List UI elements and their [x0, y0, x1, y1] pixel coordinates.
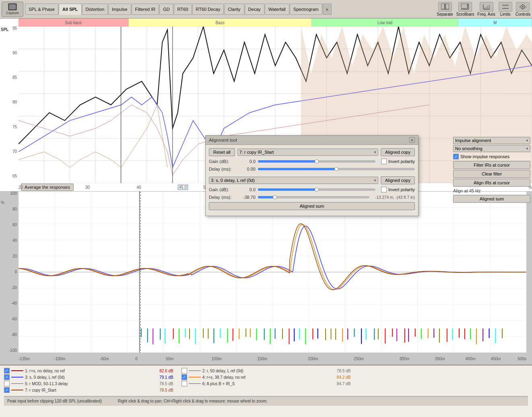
legend-checkbox-4[interactable] [181, 374, 187, 380]
tab-distortion[interactable]: Distortion [82, 4, 108, 15]
tab-waterfall[interactable]: Waterfall [265, 4, 289, 15]
more-tabs-button[interactable]: » [323, 4, 332, 15]
row2-aligned-copy-button[interactable]: Aligned copy [381, 176, 415, 184]
delay-slider-2[interactable] [258, 196, 369, 198]
imp-y-m100: -100 [9, 349, 17, 353]
y-label-85: 85 [12, 76, 17, 80]
legend-name-4: 4: r+s, 38.7 delay, no ref [202, 375, 326, 380]
gain-slider-2[interactable] [258, 188, 375, 191]
scrollbars-button[interactable]: Scrollbars [456, 2, 474, 17]
delay-label-1: Delay (ms): [209, 167, 235, 171]
svg-point-15 [522, 6, 524, 8]
legend-checkbox-1[interactable] [4, 368, 10, 374]
delay-label-2: Delay (ms): [209, 195, 235, 200]
alignment-tool-dialog: Alignment tool × Reset all 7: r copy IR_… [205, 135, 419, 216]
capture-button[interactable]: Capture [2, 2, 23, 17]
status-left: Peak input before clipping 120 dB SPL (u… [7, 399, 102, 403]
tab-spl-phase[interactable]: SPL & Phase [25, 4, 58, 15]
freq-axis-icon [480, 2, 493, 12]
gain-value-2: 0.0 [237, 187, 256, 192]
row1-dropdown[interactable]: 7: r copy IR_Start [237, 149, 378, 156]
invert-polarity-row-1: Invert polarity [381, 159, 415, 164]
freq-axis-button[interactable]: Freq. Axis [477, 2, 495, 17]
reset-all-button[interactable]: Reset all [209, 148, 235, 156]
legend-checkbox-7[interactable] [4, 387, 10, 393]
freq-axis-label: Freq. Axis [477, 12, 495, 17]
alignment-tool-body: Reset all 7: r copy IR_Start Aligned cop… [206, 145, 418, 216]
imp-y-m80: -80 [11, 333, 17, 337]
row2-dropdown[interactable]: 3: s, 0 delay, L ref (0d) [209, 177, 378, 184]
freq-band-mid: M [458, 19, 532, 27]
x-150m: 150m [257, 357, 267, 361]
capture-icon [8, 3, 17, 10]
separate-icon [438, 2, 452, 12]
controls-button[interactable]: Controls [516, 2, 530, 17]
limits-icon [499, 2, 512, 12]
alignment-tool-close-button[interactable]: × [409, 137, 415, 143]
x-cursor-45: 45.0 [178, 185, 188, 190]
y-label-80: 80 [12, 100, 17, 104]
aligned-sum-button[interactable]: Aligned sum [209, 202, 415, 210]
invert-polarity-checkbox-2[interactable] [381, 187, 387, 192]
impulse-chart: 100 80 60 40 20 0 -20 -40 -60 -80 -100 %… [0, 192, 532, 365]
legend-item-1: 1: r+s, no delay, no ref 82.6 dB [4, 368, 173, 374]
row1-aligned-copy-button[interactable]: Aligned copy [381, 148, 415, 156]
legend-value-1: 82.6 dB [153, 369, 173, 373]
alignment-sum-row: Aligned sum [209, 202, 415, 210]
tab-spectrogram[interactable]: Spectrogram [290, 4, 322, 15]
gain-slider-thumb-2 [315, 188, 319, 192]
delay-slider-thumb-2 [273, 195, 277, 199]
legend-value-3: 79.1 dB [153, 375, 173, 380]
limits-button[interactable]: Limits [499, 2, 512, 17]
y-label-70: 70 [12, 150, 17, 154]
invert-polarity-checkbox-1[interactable] [381, 159, 387, 164]
tab-clarity[interactable]: Clarity [224, 4, 244, 15]
alignment-tool-header[interactable]: Alignment tool × [206, 136, 418, 145]
separate-label: Separate [437, 12, 453, 17]
no-smoothing-select[interactable]: No smoothing [453, 145, 530, 152]
delay-info-2: -13.274 m, -(43 ft 7 in) [375, 195, 415, 200]
impulse-alignment-select[interactable]: Impulse alignment [453, 137, 530, 144]
gain-slider-1[interactable] [258, 160, 375, 163]
legend-checkbox-2[interactable] [181, 368, 187, 374]
tab-all-spl[interactable]: All SPL [59, 4, 82, 15]
legend-checkbox-3[interactable] [4, 374, 10, 380]
tab-gd[interactable]: GD [159, 4, 173, 15]
tab-filtered-ir[interactable]: Filtered IR [132, 4, 159, 15]
alignment-delay-row-1: Delay (ms): 0.00 [209, 167, 415, 171]
filter-irs-button[interactable]: Filter IRs at cursor [453, 161, 530, 169]
tab-impulse[interactable]: Impulse [108, 4, 131, 15]
legend-value-4: 84.2 dB [330, 375, 351, 380]
alignment-delay-row-2: Delay (ms): -38.70 -13.274 m, -(43 ft 7 … [209, 195, 415, 200]
legend-checkbox-5[interactable] [4, 381, 10, 386]
x-m100: -100m [54, 357, 65, 361]
legend-checkbox-6[interactable] [181, 381, 187, 386]
legend-line-5 [11, 383, 23, 384]
x-450m: 450m [491, 357, 501, 361]
tab-rt60[interactable]: RT60 [174, 4, 192, 15]
alignment-gain-row-1: Gain (dB): 0.0 Invert polarity [209, 159, 415, 164]
status-bar: Peak input before clipping 120 dB SPL (u… [4, 396, 528, 406]
tab-decay[interactable]: Decay [245, 4, 264, 15]
top-toolbar: Capture SPL & Phase All SPL Distortion I… [0, 0, 532, 19]
delay-slider-1[interactable] [258, 168, 415, 170]
legend-item-2: 2: r, 50 delay, L ref (0d) 78.5 dB [181, 368, 351, 374]
legend-value-2: 78.5 dB [330, 369, 351, 373]
x-0: 0 [135, 357, 138, 361]
no-smoothing-row: No smoothing [453, 145, 530, 152]
legend-item-3: 3: s, 0 delay, L ref (0d) 79.1 dB [4, 374, 173, 380]
row2-dropdown-wrap: 3: s, 0 delay, L ref (0d) [209, 177, 378, 184]
show-impulse-checkbox[interactable] [453, 154, 459, 159]
svg-rect-4 [461, 8, 466, 9]
clear-filter-button[interactable]: Clear filter [453, 170, 530, 178]
right-aligned-sum-button[interactable]: Aligned sum [453, 195, 530, 203]
align-irs-button[interactable]: Align IRs at cursor [453, 179, 530, 187]
tab-rt60-decay[interactable]: RT60 Decay [192, 4, 224, 15]
legend-value-6: 84.7 dB [330, 382, 351, 386]
invert-polarity-label-2: Invert polarity [388, 187, 415, 192]
imp-y-0: 0 [14, 270, 17, 274]
imp-y-m40: -40 [11, 301, 17, 306]
legend-name-1: 1: r+s, no delay, no ref [25, 369, 148, 373]
legend-line-1 [11, 370, 23, 371]
separate-button[interactable]: Separate [437, 2, 453, 17]
